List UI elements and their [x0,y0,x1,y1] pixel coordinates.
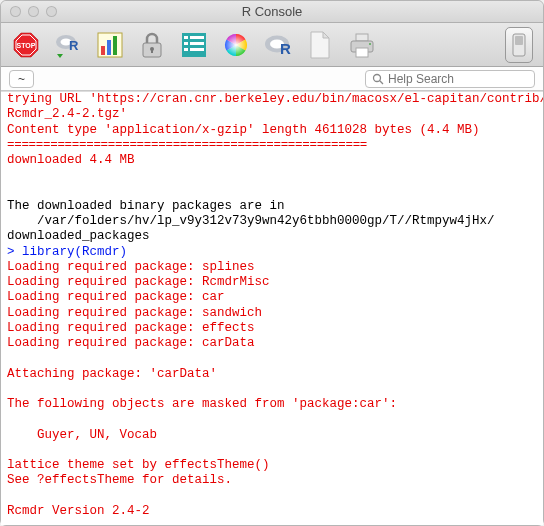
toggle-button[interactable] [505,27,533,63]
console-prompt-line: > library(Rcmdr) [7,245,127,259]
bar-chart-icon [96,31,124,59]
console-line: Guyer, UN, Vocab [7,428,157,442]
svg-point-30 [374,74,381,81]
svg-text:R: R [280,40,291,57]
svg-rect-18 [184,48,188,51]
console-line: Loading required package: RcmdrMisc [7,275,270,289]
console-line: Loading required package: sandwich [7,306,262,320]
help-search-input[interactable] [388,72,528,86]
svg-rect-16 [184,42,188,45]
console-line: Rcmdr_2.4-2.tgz' [7,107,127,121]
console-line: downloaded 4.4 MB [7,153,135,167]
colors-button[interactable] [221,30,251,60]
console-line: trying URL 'https://cran.cnr.berkeley.ed… [7,92,543,106]
console-output[interactable]: trying URL 'https://cran.cnr.berkeley.ed… [1,91,543,525]
console-line: Loading required package: effects [7,321,255,335]
list-icon [180,31,208,59]
svg-rect-29 [515,36,523,45]
console-line: See ?effectsTheme for details. [7,473,232,487]
svg-rect-14 [184,36,188,39]
console-line: Attaching package: 'carData' [7,367,217,381]
svg-rect-24 [356,34,368,41]
svg-text:STOP: STOP [17,41,36,48]
stop-button[interactable]: STOP [11,30,41,60]
svg-point-27 [369,43,371,45]
zoom-window-button[interactable] [46,6,57,17]
titlebar: R Console [1,1,543,23]
window-controls [1,6,57,17]
r-logo-icon: R [263,31,293,59]
search-icon [372,73,384,85]
console-line: The following objects are masked from 'p… [7,397,397,411]
svg-rect-12 [151,49,153,53]
path-search-bar: ~ [1,67,543,91]
lock-icon [139,31,165,59]
svg-rect-9 [113,36,117,55]
lock-button[interactable] [137,30,167,60]
console-line: Loading required package: splines [7,260,255,274]
working-directory-pill[interactable]: ~ [9,70,34,88]
print-button[interactable] [347,30,377,60]
console-line: Rcmdr Version 2.4-2 [7,504,150,518]
console-line: Loading required package: carData [7,336,255,350]
svg-rect-7 [101,46,105,55]
svg-rect-26 [356,48,368,57]
svg-rect-15 [190,36,204,39]
minimize-window-button[interactable] [28,6,39,17]
console-line: downloaded_packages [7,229,150,243]
new-document-button[interactable] [305,30,335,60]
source-button[interactable]: R [53,30,83,60]
console-line: Content type 'application/x-gzip' length… [7,123,480,137]
svg-rect-8 [107,40,111,55]
help-search-box[interactable] [365,70,535,88]
console-line: Loading required package: car [7,290,225,304]
printer-icon [347,31,377,59]
svg-point-20 [225,34,247,56]
svg-line-31 [380,80,383,83]
r-run-icon: R [53,30,83,60]
switch-icon [512,33,526,57]
window-title: R Console [1,4,543,19]
toolbar: STOP R [1,23,543,67]
list-view-button[interactable] [179,30,209,60]
chart-button[interactable] [95,30,125,60]
console-line: ========================================… [7,138,367,152]
console-line: lattice theme set by effectsTheme() [7,458,270,472]
svg-text:R: R [69,38,79,53]
stop-icon: STOP [11,30,41,60]
r-app-button[interactable]: R [263,30,293,60]
console-line: /var/folders/hv/lp_v9y312v73y9wn42y6tbbh… [7,214,495,228]
svg-rect-17 [190,42,204,45]
document-icon [308,30,332,60]
console-line: The downloaded binary packages are in [7,199,285,213]
svg-rect-19 [190,48,204,51]
r-console-window: R Console STOP R [0,0,544,526]
close-window-button[interactable] [10,6,21,17]
color-wheel-icon [222,31,250,59]
